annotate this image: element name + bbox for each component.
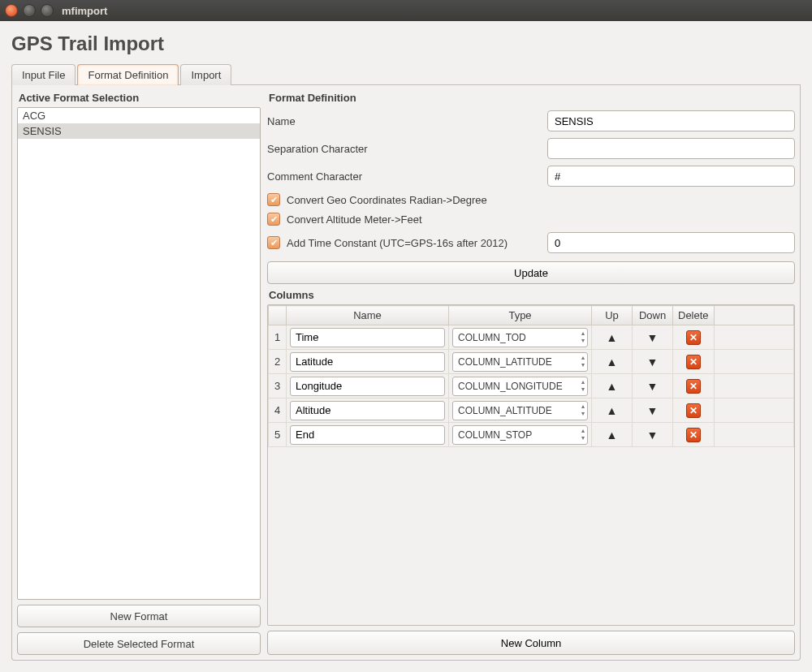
move-down-icon[interactable]: ▼ [647,355,659,368]
format-list-item[interactable]: SENSIS [18,123,260,139]
row-index: 4 [269,398,287,423]
convert-geo-label: Convert Geo Coordinates Radian->Degree [287,194,487,206]
column-name-input[interactable] [290,401,445,420]
move-up-icon[interactable]: ▲ [607,355,618,368]
delete-row-icon[interactable]: ✕ [686,379,701,394]
titlebar: mfimport [0,0,812,21]
table-row: 5COLUMN_STOP▴▾▲▼✕ [269,423,794,447]
move-up-icon[interactable]: ▲ [607,429,618,442]
delete-row-icon[interactable]: ✕ [686,330,701,345]
comment-label: Comment Character [267,170,539,183]
tab-import[interactable]: Import [180,64,231,85]
move-up-icon[interactable]: ▲ [607,331,618,344]
add-time-label: Add Time Constant (UTC=GPS-16s after 201… [287,237,541,249]
format-definition-heading: Format Definition [269,92,793,104]
separation-input[interactable] [547,138,795,159]
delete-row-icon[interactable]: ✕ [686,403,701,418]
spinner-icon: ▴▾ [581,403,585,417]
column-name-input[interactable] [290,377,445,396]
column-type-select[interactable]: COLUMN_TOD▴▾ [452,328,588,347]
convert-alt-checkbox[interactable] [267,213,280,226]
tab-panel: Active Format Selection ACG SENSIS New F… [11,85,801,661]
col-header-name[interactable]: Name [287,306,449,325]
new-column-button[interactable]: New Column [267,631,795,655]
name-label: Name [267,115,539,127]
columns-heading: Columns [269,289,793,301]
spinner-icon: ▴▾ [581,427,585,442]
minimize-icon[interactable] [23,4,36,17]
move-down-icon[interactable]: ▼ [647,380,659,393]
move-up-icon[interactable]: ▲ [607,404,618,417]
active-format-heading: Active Format Selection [19,92,259,104]
delete-format-button[interactable]: Delete Selected Format [17,632,261,655]
move-up-icon[interactable]: ▲ [607,380,618,393]
column-type-select[interactable]: COLUMN_LATITUDE▴▾ [452,352,588,372]
time-constant-input[interactable] [547,232,795,253]
convert-geo-checkbox[interactable] [267,193,280,206]
col-header-up[interactable]: Up [592,306,633,325]
format-list-item[interactable]: ACG [18,108,260,123]
move-down-icon[interactable]: ▼ [647,331,659,344]
format-list[interactable]: ACG SENSIS [17,107,261,600]
move-down-icon[interactable]: ▼ [647,404,659,417]
table-row: 2COLUMN_LATITUDE▴▾▲▼✕ [269,350,794,374]
add-time-checkbox[interactable] [267,236,280,249]
spinner-icon: ▴▾ [581,378,585,393]
page-title: GPS Trail Import [11,32,801,55]
column-name-input[interactable] [290,352,445,372]
separation-label: Separation Character [267,143,539,155]
column-type-select[interactable]: COLUMN_ALTITUDE▴▾ [452,401,588,420]
row-index: 2 [269,350,287,374]
spinner-icon: ▴▾ [581,354,585,368]
tab-format-definition[interactable]: Format Definition [77,64,179,85]
name-input[interactable] [547,110,795,131]
maximize-icon[interactable] [41,4,54,17]
move-down-icon[interactable]: ▼ [647,429,659,442]
tabs: Input File Format Definition Import [11,63,801,85]
spinner-icon: ▴▾ [581,330,585,344]
col-header-delete[interactable]: Delete [673,306,715,325]
convert-alt-label: Convert Altitude Meter->Feet [287,213,422,226]
table-row: 4COLUMN_ALTITUDE▴▾▲▼✕ [269,398,794,423]
tab-input-file[interactable]: Input File [11,64,76,85]
close-icon[interactable] [5,4,18,17]
table-row: 3COLUMN_LONGITUDE▴▾▲▼✕ [269,374,794,398]
delete-row-icon[interactable]: ✕ [686,428,701,442]
delete-row-icon[interactable]: ✕ [686,355,701,369]
comment-input[interactable] [547,166,795,187]
column-type-select[interactable]: COLUMN_STOP▴▾ [452,425,588,445]
window-title: mfimport [62,5,107,17]
col-header-type[interactable]: Type [449,306,592,325]
new-format-button[interactable]: New Format [17,605,261,627]
update-button[interactable]: Update [267,261,795,284]
table-row: 1COLUMN_TOD▴▾▲▼✕ [269,325,794,350]
row-index: 3 [269,374,287,398]
columns-table: Name Type Up Down Delete 1COLUMN_TOD▴▾▲▼… [267,304,795,626]
column-name-input[interactable] [290,425,445,445]
row-index: 5 [269,423,287,447]
column-type-select[interactable]: COLUMN_LONGITUDE▴▾ [452,377,588,396]
column-name-input[interactable] [290,328,445,347]
col-header-down[interactable]: Down [633,306,673,325]
row-index: 1 [269,325,287,350]
